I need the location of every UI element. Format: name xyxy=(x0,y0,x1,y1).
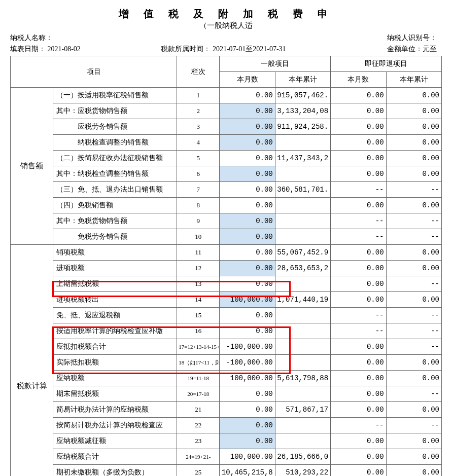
row-index: 11 xyxy=(177,245,220,261)
table-row: 其中：免税货物销售额90.00---- xyxy=(11,213,442,229)
row-index: 15 xyxy=(177,308,220,323)
row-index: 20=17-18 xyxy=(177,386,220,402)
row-index: 23 xyxy=(177,433,220,449)
refund-month: 0.00 xyxy=(331,402,386,418)
table-row: 税款计算销项税额110.0055,067,452.90.000.00 xyxy=(11,245,442,261)
refund-month: 0.00 xyxy=(331,88,386,103)
refund-year: 0.00 xyxy=(386,135,441,151)
general-year: 571,867,17 xyxy=(275,402,330,418)
refund-month: 0.00 xyxy=(331,276,386,292)
row-index: 7 xyxy=(177,182,220,198)
refund-year: 0.00 xyxy=(386,371,441,386)
general-month: -100,000.00 xyxy=(220,355,275,371)
table-row: 应纳税额19=11-18100,000.005,613,798,880.000.… xyxy=(11,371,442,386)
refund-year: -- xyxy=(386,182,441,198)
general-month[interactable]: 0.00 xyxy=(220,119,275,135)
refund-month: -- xyxy=(331,182,386,198)
item-name: 进项税额转出 xyxy=(53,292,177,308)
refund-year: -- xyxy=(386,339,441,355)
table-row: 按适用税率计算的纳税检查应补缴160.00---- xyxy=(11,323,442,339)
general-month[interactable]: 0.00 xyxy=(220,103,275,119)
hdr-index: 栏次 xyxy=(177,56,220,88)
item-name: 应抵扣税额合计 xyxy=(53,339,177,355)
general-year: 55,067,452.9 xyxy=(275,245,330,261)
general-month[interactable]: 0.00 xyxy=(220,433,275,449)
tax-table: 项目 栏次 一般项目 即征即退项目 本月数 本年累计 本月数 本年累计 销售额（… xyxy=(10,56,442,476)
item-name: 应纳税额 xyxy=(53,371,177,386)
item-name: 实际抵扣税额 xyxy=(53,355,177,371)
refund-year: -- xyxy=(386,213,441,229)
row-index: 6 xyxy=(177,166,220,182)
refund-year: -- xyxy=(386,418,441,433)
refund-month: -- xyxy=(331,308,386,323)
refund-year: 0.00 xyxy=(386,166,441,182)
table-row: 期末留抵税额20=17-180.000.00-- xyxy=(11,386,442,402)
refund-year: 0.00 xyxy=(386,402,441,418)
table-row: 实际抵扣税额18（如17<11，则为17，否则-100,000.000.000.… xyxy=(11,355,442,371)
fill-date-value: 2021-08-02 xyxy=(48,45,81,53)
table-row: 应纳税额减征额230.000.000.00 xyxy=(11,433,442,449)
general-month[interactable]: 0.00 xyxy=(220,418,275,433)
general-month[interactable]: 100,000.00 xyxy=(220,292,275,308)
hdr-gen-year: 本年累计 xyxy=(275,72,330,88)
item-name: 按适用税率计算的纳税检查应补缴 xyxy=(53,323,177,339)
row-index: 17=12+13-14-15+16 xyxy=(177,339,220,355)
meta-row-1: 纳税人名称： 纳税人识别号： xyxy=(10,33,442,43)
general-month[interactable]: 0.00 xyxy=(220,213,275,229)
refund-month: 0.00 xyxy=(331,135,386,151)
general-month: 0.00 xyxy=(220,323,275,339)
general-month: 0.00 xyxy=(220,198,275,213)
refund-month: 0.00 xyxy=(331,198,386,213)
general-year: 911,924,258. xyxy=(275,119,330,135)
row-index: 19=11-18 xyxy=(177,371,220,386)
refund-year: -- xyxy=(386,323,441,339)
general-year xyxy=(275,276,330,292)
hdr-ref-month: 本月数 xyxy=(331,72,386,88)
row-index: 5 xyxy=(177,151,220,166)
refund-year: -- xyxy=(386,308,441,323)
general-year: 26,185,666,0 xyxy=(275,449,330,465)
item-name: 免税劳务销售额 xyxy=(53,229,177,245)
table-row: 纳税检查调整的销售额40.000.000.00 xyxy=(11,135,442,151)
general-month[interactable]: 0.00 xyxy=(220,229,275,245)
general-month: 100,000.00 xyxy=(220,371,275,386)
refund-year: 0.00 xyxy=(386,151,441,166)
refund-month: 0.00 xyxy=(331,386,386,402)
meta-row-2: 填表日期： 2021-08-02 税款所属时间： 2021-07-01至2021… xyxy=(10,45,442,54)
row-index: 25 xyxy=(177,465,220,477)
general-month[interactable]: 0.00 xyxy=(220,166,275,182)
general-month[interactable]: 0.00 xyxy=(220,135,275,151)
general-month: 0.00 xyxy=(220,386,275,402)
general-year xyxy=(275,355,330,371)
page-title: 增 值 税 及 附 加 税 费 申 xyxy=(10,7,442,21)
refund-year: 0.00 xyxy=(386,103,441,119)
general-month: 0.00 xyxy=(220,182,275,198)
general-year: 510,293,22 xyxy=(275,465,330,477)
item-name: 上期留抵税额 xyxy=(53,276,177,292)
refund-year: 0.00 xyxy=(386,88,441,103)
row-index: 14 xyxy=(177,292,220,308)
row-index: 8 xyxy=(177,198,220,213)
refund-month: -- xyxy=(331,213,386,229)
table-row: 应抵扣税额合计17=12+13-14-15+16-100,000.000.00-… xyxy=(11,339,442,355)
general-year xyxy=(275,135,330,151)
page-subtitle: （一般纳税人适 xyxy=(10,21,442,30)
row-index: 3 xyxy=(177,119,220,135)
period-label: 税款所属时间： xyxy=(161,45,211,53)
general-month[interactable]: 0.00 xyxy=(220,261,275,276)
general-year xyxy=(275,166,330,182)
row-index: 18（如17<11，则为17，否则 xyxy=(177,355,220,371)
refund-month: 0.00 xyxy=(331,433,386,449)
general-year xyxy=(275,323,330,339)
refund-year: 0.00 xyxy=(386,261,441,276)
hdr-gen-month: 本月数 xyxy=(220,72,275,88)
general-year xyxy=(275,418,330,433)
row-index: 16 xyxy=(177,323,220,339)
refund-month: 0.00 xyxy=(331,245,386,261)
table-row: 销售额（一）按适用税率征税销售额10.00915,057,462.0.000.0… xyxy=(11,88,442,103)
general-month: 0.00 xyxy=(220,308,275,323)
refund-year: -- xyxy=(386,229,441,245)
refund-month: 0.00 xyxy=(331,449,386,465)
refund-year: 0.00 xyxy=(386,433,441,449)
item-name: （三）免、抵、退办法出口销售额 xyxy=(53,182,177,198)
